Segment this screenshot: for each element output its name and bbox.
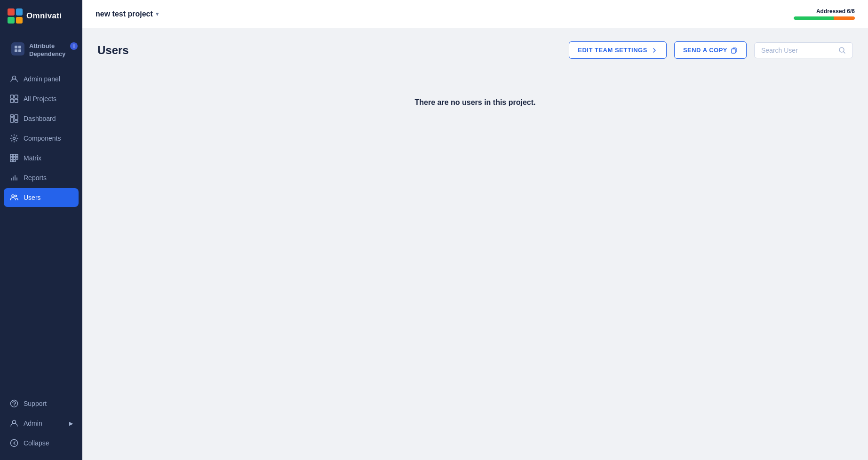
info-badge: i <box>70 42 78 50</box>
admin-icon <box>9 419 19 428</box>
search-box[interactable] <box>754 42 853 58</box>
svg-rect-5 <box>10 95 14 98</box>
svg-point-25 <box>14 405 15 406</box>
project-selector[interactable]: new test project ▾ <box>96 10 159 18</box>
svg-rect-18 <box>13 157 16 159</box>
sidebar-item-dashboard[interactable]: Dashboard <box>4 109 79 128</box>
chevron-right-icon: ▶ <box>69 420 73 427</box>
sidebar-item-admin[interactable]: Admin ▶ <box>4 414 79 433</box>
support-icon <box>9 399 19 408</box>
reports-icon <box>9 173 19 182</box>
dashboard-label: Dashboard <box>24 115 56 122</box>
progress-green <box>794 16 834 20</box>
attribute-dependency-icon <box>11 42 24 56</box>
sidebar-item-all-projects[interactable]: All Projects <box>4 89 79 108</box>
svg-rect-7 <box>10 99 14 103</box>
logo-text: Omnivati <box>26 11 62 21</box>
send-copy-button[interactable]: SEND A COPY <box>674 41 747 59</box>
edit-team-settings-button[interactable]: EDIT TEAM SETTINGS <box>569 41 667 59</box>
copy-icon <box>731 47 738 54</box>
dashboard-icon <box>9 114 19 123</box>
empty-message: There are no users in this project. <box>415 98 536 107</box>
search-input[interactable] <box>761 47 835 54</box>
nav-items: Admin panel All Projects <box>0 70 82 207</box>
project-name: new test project <box>96 10 153 18</box>
sidebar-item-attribute-dependency[interactable]: Attribute Dependency i <box>6 38 77 63</box>
svg-rect-0 <box>15 46 17 48</box>
progress-orange <box>834 16 855 20</box>
svg-point-22 <box>12 195 14 197</box>
components-label: Components <box>24 135 61 142</box>
logo-icon <box>8 8 23 24</box>
sidebar-item-collapse[interactable]: Collapse <box>4 434 79 452</box>
svg-rect-11 <box>15 115 18 119</box>
attribute-dependency-label: Attribute Dependency <box>29 42 65 58</box>
collapse-icon <box>9 438 19 448</box>
svg-rect-10 <box>10 118 14 122</box>
empty-state: There are no users in this project. <box>97 70 853 135</box>
svg-rect-6 <box>15 95 18 98</box>
addressed-label: Addressed 6/6 <box>816 8 855 15</box>
collapse-label: Collapse <box>24 439 49 447</box>
logo[interactable]: Omnivati <box>0 0 82 32</box>
sidebar-item-components[interactable]: Components <box>4 129 79 148</box>
svg-rect-12 <box>15 120 18 122</box>
svg-rect-28 <box>732 49 735 53</box>
svg-rect-15 <box>13 154 16 157</box>
page-header: Users EDIT TEAM SETTINGS SEND A COPY <box>97 41 853 59</box>
svg-rect-2 <box>15 49 17 52</box>
svg-rect-3 <box>18 49 21 52</box>
svg-rect-14 <box>10 154 13 157</box>
sidebar-nav: Attribute Dependency i Admin panel <box>0 32 82 390</box>
sidebar: Omnivati Attribute Dependency i <box>0 0 82 460</box>
svg-rect-8 <box>15 99 18 103</box>
svg-rect-17 <box>10 157 13 159</box>
users-label: Users <box>24 194 41 201</box>
search-icon <box>838 47 846 54</box>
support-label: Support <box>24 400 47 407</box>
addressed-section: Addressed 6/6 <box>794 8 855 20</box>
arrow-right-icon <box>651 47 658 54</box>
svg-rect-9 <box>10 115 14 117</box>
user-icon <box>9 74 19 84</box>
admin-panel-label: Admin panel <box>24 75 60 83</box>
progress-bar <box>794 16 855 20</box>
sidebar-item-users[interactable]: Users <box>4 188 79 207</box>
svg-rect-1 <box>18 46 21 48</box>
matrix-label: Matrix <box>24 154 41 162</box>
grid-icon <box>9 94 19 103</box>
svg-point-23 <box>15 195 17 197</box>
all-projects-label: All Projects <box>24 95 56 103</box>
sidebar-bottom: Support Admin ▶ Collapse <box>0 390 82 460</box>
svg-rect-20 <box>10 160 13 162</box>
users-icon <box>9 193 19 202</box>
svg-rect-16 <box>16 154 18 157</box>
topbar: new test project ▾ Addressed 6/6 <box>82 0 868 28</box>
admin-label: Admin <box>24 420 42 427</box>
sidebar-item-support[interactable]: Support <box>4 394 79 413</box>
project-dropdown-arrow: ▾ <box>156 10 159 17</box>
sidebar-item-admin-panel[interactable]: Admin panel <box>4 70 79 88</box>
gear-icon <box>9 134 19 143</box>
svg-point-13 <box>13 137 16 139</box>
svg-rect-19 <box>16 157 18 159</box>
reports-label: Reports <box>24 174 47 182</box>
main-content: new test project ▾ Addressed 6/6 Users E… <box>82 0 868 460</box>
matrix-icon <box>9 153 19 163</box>
svg-point-24 <box>11 400 18 407</box>
page-title: Users <box>97 44 561 57</box>
sidebar-item-matrix[interactable]: Matrix <box>4 149 79 167</box>
svg-rect-21 <box>13 160 16 162</box>
page-content: Users EDIT TEAM SETTINGS SEND A COPY <box>82 28 868 460</box>
sidebar-item-reports[interactable]: Reports <box>4 168 79 187</box>
